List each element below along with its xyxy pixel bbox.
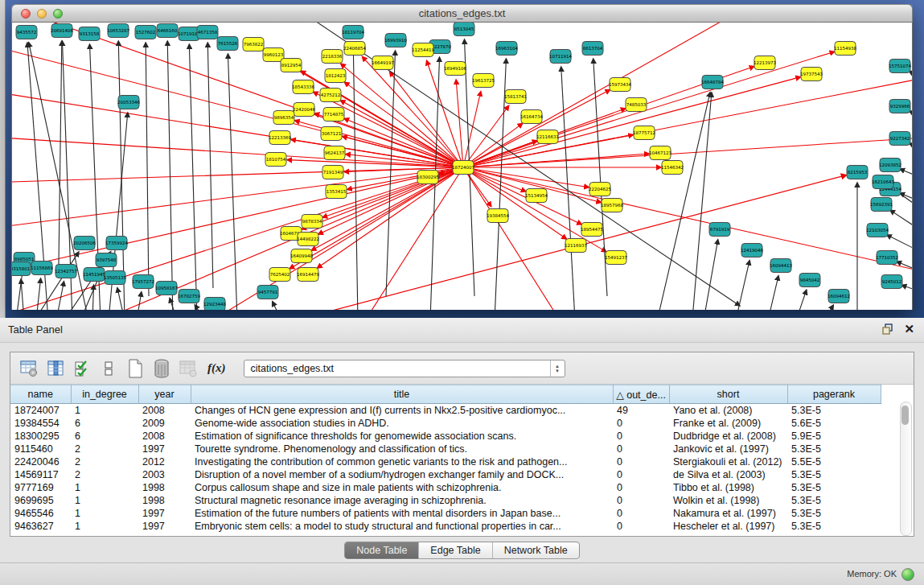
graph-node[interactable]: 10711914	[549, 50, 572, 64]
graph-node[interactable]: 9457791	[257, 286, 278, 299]
graph-node[interactable]: 8513045	[454, 23, 474, 36]
graph-node[interactable]: 1812423	[325, 69, 346, 83]
graph-node[interactable]: 20206506	[73, 237, 96, 250]
graph-node[interactable]: 7191349	[322, 166, 343, 179]
graph-node[interactable]: 15813741	[504, 90, 527, 104]
table-scrollbar-thumb[interactable]	[901, 406, 909, 425]
column-header-in_degree[interactable]: in_degree	[71, 385, 138, 404]
graph-node[interactable]: 15973434	[609, 78, 631, 92]
table-row[interactable]: 1872400712008Changes of HCN gene express…	[10, 404, 881, 418]
delete-table-icon[interactable]	[178, 358, 199, 379]
graph-node[interactable]: 9878334	[302, 215, 322, 229]
delete-column-icon[interactable]	[151, 358, 172, 379]
table-scrollbar[interactable]	[900, 402, 912, 536]
graph-node[interactable]: 12342757	[55, 265, 77, 278]
graph-node[interactable]: 15751074	[889, 60, 911, 73]
column-header-year[interactable]: year	[138, 385, 191, 404]
tab-node-table[interactable]: Node Table	[345, 542, 418, 558]
graph-node[interactable]: 12213973	[754, 56, 776, 70]
graph-node[interactable]: 7615526	[217, 37, 238, 51]
graph-node[interactable]: 7714875	[323, 108, 344, 122]
table-row[interactable]: 946362711997Embryonic stem cells: a mode…	[10, 520, 881, 533]
graph-node[interactable]: 10467123	[649, 146, 671, 160]
table-row[interactable]: 946554611997Estimation of the future num…	[10, 507, 881, 520]
graph-node[interactable]: 3067121	[321, 127, 342, 141]
column-header-short[interactable]: short	[669, 385, 787, 404]
table-row[interactable]: 1830029562008Estimation of significance …	[10, 430, 881, 443]
graph-node[interactable]: 1527602	[135, 26, 156, 39]
graph-node[interactable]: 19613725	[472, 74, 495, 88]
graph-node[interactable]: 12103054	[866, 224, 889, 237]
table-mode-icon[interactable]	[18, 358, 39, 379]
table-row[interactable]: 911546021997Tourette syndrome. Phenomeno…	[10, 443, 881, 455]
graph-node[interactable]: 7963822	[243, 38, 264, 51]
graph-node[interactable]: 16993910	[384, 34, 407, 47]
graph-node[interactable]: 9435572	[16, 26, 37, 39]
graph-node[interactable]: 18775712	[633, 126, 655, 140]
window-close-button[interactable]	[21, 9, 31, 19]
graph-node[interactable]: 7625402	[269, 268, 290, 282]
graph-node[interactable]: 8912954	[281, 59, 302, 72]
graph-node[interactable]: 11154938	[834, 42, 856, 56]
graph-node[interactable]: 10958167	[155, 282, 178, 295]
window-titlebar[interactable]: citations_edges.txt	[11, 4, 913, 23]
close-panel-icon[interactable]: ✕	[904, 323, 914, 336]
graph-node[interactable]: 16782759	[178, 290, 200, 303]
graph-node[interactable]: 18300295	[417, 171, 439, 184]
graph-node[interactable]: 16094413	[770, 259, 792, 273]
graph-node[interactable]: 16963104	[495, 42, 518, 56]
graph-node[interactable]: 19384554	[487, 209, 509, 223]
table-row[interactable]: 2242004622012Investigating the contribut…	[10, 455, 881, 468]
graph-node[interactable]: 16094612	[827, 290, 850, 303]
graph-node[interactable]: 18119704	[342, 26, 364, 39]
graph-node[interactable]: 12116631	[536, 130, 559, 144]
graph-node[interactable]: 9624137	[324, 146, 345, 160]
graph-node[interactable]: 9845042	[799, 274, 820, 287]
unselect-all-columns-icon[interactable]	[98, 358, 119, 379]
graph-node[interactable]: 15134954	[525, 189, 548, 203]
column-header-title[interactable]: title	[191, 385, 613, 404]
table-row[interactable]: 1456911722003Disruption of a novel membe…	[10, 468, 881, 481]
graph-node[interactable]: 11254419	[412, 43, 434, 57]
graph-node[interactable]: 9313158	[79, 27, 100, 41]
graph-node[interactable]: 11451945	[83, 268, 105, 282]
graph-node[interactable]: 6791919	[709, 223, 730, 237]
graph-node[interactable]: 9329966	[889, 100, 910, 113]
graph-node[interactable]: 4275212	[320, 89, 341, 102]
graph-node[interactable]: 19737543	[800, 68, 823, 81]
table-row[interactable]: 1938455462009Genome-wide association stu…	[10, 417, 881, 430]
graph-node[interactable]: 22406854	[343, 42, 366, 56]
hub-node[interactable]: 18724007	[452, 161, 474, 175]
graph-node[interactable]: 2218336	[322, 50, 343, 64]
graph-node[interactable]: 10653287	[107, 24, 129, 38]
graph-node[interactable]: 12419046	[741, 244, 763, 257]
float-panel-icon[interactable]	[881, 323, 894, 336]
window-zoom-button[interactable]	[53, 9, 63, 19]
graph-node[interactable]: 16648784	[701, 76, 724, 89]
graph-node[interactable]: 14498222	[297, 233, 319, 246]
graph-node[interactable]: 8215953	[847, 166, 868, 179]
graph-node[interactable]: 16914479	[297, 268, 319, 282]
graph-node[interactable]: 9227342	[889, 132, 910, 146]
graph-node[interactable]: 9245012	[881, 275, 902, 289]
graph-node[interactable]: 9397548	[96, 253, 117, 267]
graph-node[interactable]: 20053346	[117, 96, 140, 109]
graph-node[interactable]: 1353415	[326, 185, 347, 199]
select-all-columns-icon[interactable]	[72, 358, 92, 379]
table-row[interactable]: 977716911998Corpus callosum shape and si…	[10, 481, 881, 494]
tab-network-table[interactable]: Network Table	[492, 542, 579, 558]
graph-node[interactable]: 16949106	[444, 62, 466, 76]
function-builder-icon[interactable]: f(x)	[207, 361, 226, 375]
graph-node[interactable]: 16409948	[290, 249, 313, 263]
graph-node[interactable]: 22420046	[293, 103, 315, 117]
graph-node[interactable]: 11546342	[661, 161, 684, 175]
graph-node[interactable]: 8613704	[582, 42, 603, 56]
tab-edge-table[interactable]: Edge Table	[418, 542, 491, 558]
graph-node[interactable]: 12116937	[565, 239, 587, 253]
table-selector-dropdown[interactable]: citations_edges.txt ▲▼	[244, 360, 565, 377]
graph-node[interactable]: 18543336	[292, 80, 314, 94]
graph-node[interactable]: 18957968	[601, 199, 623, 212]
graph-node[interactable]: 22204625	[589, 183, 611, 196]
graph-node[interactable]: 9896354	[273, 111, 294, 125]
memory-ok-indicator[interactable]	[901, 568, 914, 581]
